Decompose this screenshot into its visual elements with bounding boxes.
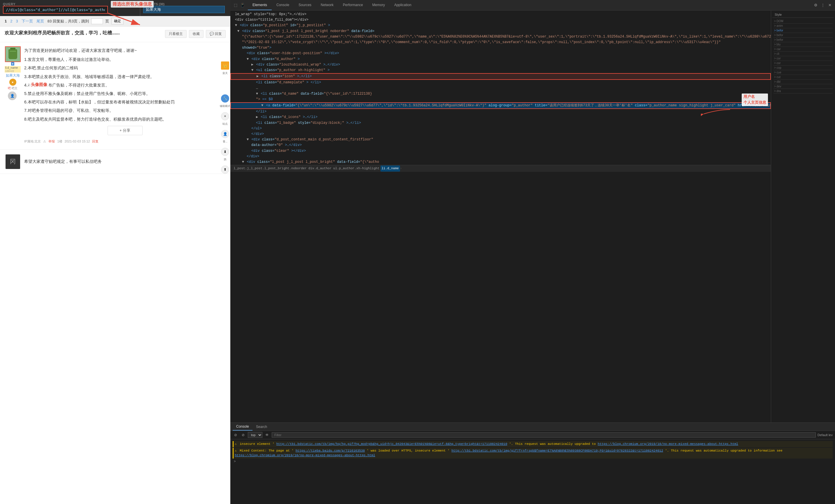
html-line-18[interactable]: </li> xyxy=(230,109,771,114)
tab-network[interactable]: Network xyxy=(316,0,338,10)
next-page-link[interactable]: 下一页 xyxy=(20,19,34,24)
html-line-11[interactable]: <ul class="p_author xh-highlight" > xyxy=(230,68,771,73)
html-line-5[interactable]: "{\"author\":{\"user_id\":17122138,\"use… xyxy=(230,34,771,40)
view-host-btn[interactable]: 只看楼主 xyxy=(165,30,187,38)
console-tab-search[interactable]: Search xyxy=(252,423,270,430)
device-icon[interactable]: 📱 xyxy=(240,2,245,8)
user-icon[interactable]: 👤 xyxy=(221,130,229,138)
console-link-1[interactable]: http://tb1.bdstatic.com/tb/img/hq/hg.gif… xyxy=(277,442,507,446)
report-link[interactable]: 举报 xyxy=(48,139,55,144)
settings-icon[interactable]: ⚙ xyxy=(813,2,819,8)
up-icon[interactable]: ⬆ xyxy=(221,166,229,174)
breadcrumb-item-2[interactable]: div.d_author xyxy=(308,166,332,171)
html-line-2[interactable]: <div class="tittle_fill_dom"></div> xyxy=(230,17,771,23)
tool-icon[interactable]: 🔧 xyxy=(221,94,229,103)
html-line-22[interactable]: </div> xyxy=(230,131,771,137)
username-link-1[interactable]: 如果大海 xyxy=(6,73,20,78)
add-icon[interactable]: + xyxy=(221,112,229,120)
console-link-2[interactable]: https://tieba.baidu.com/p/7216163538 xyxy=(296,449,365,453)
crown-icon[interactable]: 👑 xyxy=(221,61,229,70)
html-line-6[interactable]: "\"2021-02-03 15:12\",\"vote_crypt\":\"\… xyxy=(230,40,771,45)
clear-console-icon[interactable]: ⊘ xyxy=(233,432,239,438)
triangle-9[interactable] xyxy=(247,57,249,61)
html-line-15[interactable]: <li class="d_name" data-field="{\"user_i… xyxy=(230,91,771,97)
sidebar-label-1: 皇天 xyxy=(222,71,228,75)
tab-performance[interactable]: Performance xyxy=(338,0,368,10)
last-page-link[interactable]: 尾页 xyxy=(35,19,45,24)
query-input[interactable] xyxy=(3,6,108,14)
html-line-10[interactable]: <div class="louzhubiaoshi_wrap" >…</div> xyxy=(230,62,771,68)
triangle-19[interactable] xyxy=(256,115,258,119)
results-section: RESULTS (30) xyxy=(140,0,230,16)
html-line-24[interactable]: data-author="0" >…</div> xyxy=(230,143,771,148)
style-cut: > cut xyxy=(773,75,833,80)
console-filter-input[interactable] xyxy=(272,432,816,438)
html-line-16[interactable]: "> == $0 xyxy=(230,97,771,102)
html-line-1[interactable]: le_wrap" style="top: 0px;">…</div> xyxy=(230,12,771,17)
post-item-2: 冈 希望大家遵守贴吧规定，有事可以私信吧务 xyxy=(0,150,230,174)
html-line-8[interactable]: <div class="user-hide-post-position" ></… xyxy=(230,51,771,56)
post-avatar-2: 冈 xyxy=(5,154,21,169)
breadcrumb-item-1[interactable]: l_post.j_l_post.l_post_bright.noborder xyxy=(233,166,308,171)
inspect-icon[interactable]: ⬚ xyxy=(233,2,239,8)
breadcrumb-item-4[interactable]: li.d_name xyxy=(381,166,400,172)
triangle-17[interactable] xyxy=(261,103,263,107)
html-line-27[interactable]: <div class="l_post j_l_post l_post_brigh… xyxy=(230,159,771,165)
html-line-4[interactable]: <div class="l_post j_l_post l_post_brigh… xyxy=(230,28,771,34)
post-area: 欢迎大家来到程序员吧畅所欲言，交流，学习，吐槽...... 只看楼主 收藏 💬 … xyxy=(0,26,230,504)
triangle-10[interactable] xyxy=(251,63,253,67)
html-line-26[interactable]: </div> xyxy=(230,154,771,159)
block-icon[interactable]: ⊘ xyxy=(240,432,246,438)
console-link-4[interactable]: https://blog.chromium.org/2019/10/no-mor… xyxy=(235,454,375,457)
page-jump-input[interactable] xyxy=(91,18,103,24)
html-line-14[interactable]: … xyxy=(230,85,771,91)
tab-elements[interactable]: Elements xyxy=(248,0,272,10)
avatar-image-1 xyxy=(5,47,20,61)
confirm-button[interactable]: 确定 xyxy=(111,18,124,24)
post-reply-link[interactable]: 回复 xyxy=(92,139,99,144)
console-prompt: > xyxy=(233,459,833,464)
download-icon[interactable]: ⬇ xyxy=(221,148,229,156)
console-tab-console[interactable]: Console xyxy=(233,423,252,430)
triangle-3[interactable] xyxy=(235,23,237,27)
triangle-15[interactable] xyxy=(256,92,258,96)
triangle-23[interactable] xyxy=(247,138,249,142)
elements-panel[interactable]: le_wrap" style="top: 0px;">…</div> <div … xyxy=(230,10,771,422)
top-dropdown[interactable]: top xyxy=(248,432,262,438)
close-icon[interactable]: ✕ xyxy=(827,2,833,8)
page-2[interactable]: 2 xyxy=(9,19,14,23)
html-line-23[interactable]: <div class="d_post_content_main d_post_c… xyxy=(230,137,771,143)
page-1[interactable]: 1 xyxy=(3,19,8,23)
tab-sources[interactable]: Sources xyxy=(294,0,316,10)
breadcrumb-item-3[interactable]: ul.p_author.xh-highlight xyxy=(332,166,380,171)
eye-icon[interactable]: 👁 xyxy=(264,432,270,438)
style-blu: > blu xyxy=(773,42,833,47)
right-sidebar: 👑 皇天 🔧 辅助模式 + 站点 👤 青... ⬇ 跌 ⬆ xyxy=(220,60,230,175)
post-actions: 只看楼主 收藏 💬 回复 xyxy=(165,30,226,38)
html-line-21[interactable]: </ul> xyxy=(230,126,771,131)
html-line-19[interactable]: <li class="d_icons" >…</li> xyxy=(230,114,771,120)
html-line-12[interactable]: <li class="icon" >…</li> xyxy=(230,73,771,80)
reply-btn-top[interactable]: 💬 回复 xyxy=(206,30,226,38)
triangle-11[interactable] xyxy=(251,68,253,72)
console-link-3[interactable]: http://tb1.bdstatic.com/tb/img/gif7frnfr… xyxy=(451,449,663,453)
console-link-1b[interactable]: https://blog.chromium.org/2019/10/no-mor… xyxy=(598,442,738,446)
html-line-13[interactable]: <li class="d_nameplate" > </li> xyxy=(230,80,771,85)
collect-btn[interactable]: 收藏 xyxy=(189,30,204,38)
html-line-20[interactable]: <li class="l_badge" style="display:block… xyxy=(230,120,771,126)
html-line-17[interactable]: <a data-field="{\"un\":\"\\u5982\\u679c\… xyxy=(230,102,771,109)
html-line-9[interactable]: <div class="d_author" > xyxy=(230,57,771,62)
tab-console[interactable]: Console xyxy=(272,0,294,10)
share-button[interactable]: + 分享 xyxy=(107,126,143,135)
more-icon[interactable]: ⋮ xyxy=(820,2,826,8)
triangle-4[interactable] xyxy=(237,29,239,33)
triangle-12[interactable] xyxy=(257,74,259,78)
html-line-3[interactable]: <div class="p_postlist" id="j_p_postlist… xyxy=(230,23,771,28)
results-value-input[interactable] xyxy=(143,6,225,13)
tab-application[interactable]: Application xyxy=(389,0,416,10)
triangle-27[interactable] xyxy=(242,160,244,164)
tab-memory[interactable]: Memory xyxy=(368,0,389,10)
html-line-25[interactable]: <div class="clear" ></div> xyxy=(230,148,771,154)
page-3[interactable]: 3 xyxy=(15,19,19,23)
html-line-7[interactable]: showed="true"> xyxy=(230,45,771,51)
